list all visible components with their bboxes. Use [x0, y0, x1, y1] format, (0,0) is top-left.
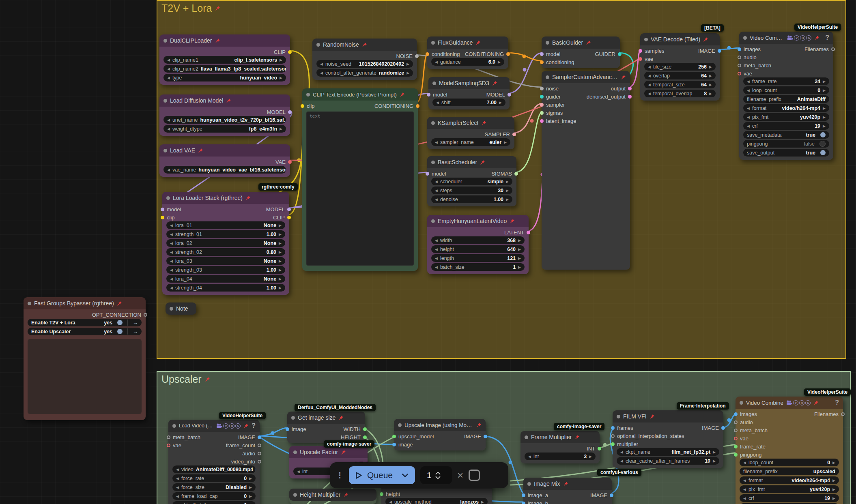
group-title[interactable]: Upscaler: [161, 373, 210, 385]
increment-arrow-icon[interactable]: ▶: [832, 478, 835, 483]
decrement-arrow-icon[interactable]: ◀: [620, 450, 623, 454]
decrement-arrow-icon[interactable]: ◀: [435, 189, 438, 193]
output-slot-IMAGE[interactable]: IMAGE: [698, 48, 716, 54]
upscale-method-widget[interactable]: ◀upscale_methodlanczos▶: [385, 498, 488, 504]
output-slot-MODEL[interactable]: MODEL: [486, 92, 506, 98]
input-slot-conditioning[interactable]: conditioning: [431, 51, 460, 57]
video_info-port[interactable]: [258, 460, 261, 463]
input-slot-images[interactable]: images: [743, 46, 761, 52]
decrement-arrow-icon[interactable]: ◀: [176, 485, 179, 489]
CLIP-port[interactable]: [288, 50, 292, 54]
output-slot-frame_count[interactable]: frame_count: [226, 442, 256, 448]
input-slot-optional_interpolation_states[interactable]: optional_interpolation_states: [616, 433, 684, 439]
strength-02-widget[interactable]: ◀strength_020.80▶: [166, 248, 285, 256]
decrement-arrow-icon[interactable]: ◀: [167, 118, 170, 122]
collapse-dot-icon[interactable]: [527, 482, 531, 486]
decrement-arrow-icon[interactable]: ◀: [170, 259, 173, 263]
collapse-dot-icon[interactable]: [431, 121, 435, 125]
collapse-dot-icon[interactable]: [432, 81, 436, 85]
input-slot-height[interactable]: height: [385, 491, 400, 497]
collapse-dot-icon[interactable]: [293, 450, 297, 454]
decrement-arrow-icon[interactable]: ◀: [648, 74, 651, 78]
GUIDER-port[interactable]: [618, 52, 622, 56]
input-slot-vae[interactable]: vae: [644, 56, 653, 62]
decrement-arrow-icon[interactable]: ◀: [747, 88, 750, 92]
filename-prefix-widget[interactable]: filename_prefixAnimateDiff: [743, 95, 829, 103]
collapse-dot-icon[interactable]: [546, 41, 549, 45]
decrement-arrow-icon[interactable]: ◀: [170, 277, 173, 281]
clip-name1-widget[interactable]: ◀clip_name1clip_l.safetensors▶: [163, 56, 286, 64]
help-icon[interactable]: ?: [835, 399, 839, 406]
node-titlebar[interactable]: Height Multiplier: [289, 489, 376, 501]
input-slot-conditioning[interactable]: conditioning: [545, 59, 574, 65]
decrement-arrow-icon[interactable]: ◀: [648, 92, 651, 96]
loop-count-widget[interactable]: ◀loop_count0▶: [743, 86, 829, 94]
output-slot-IMAGE[interactable]: IMAGE: [590, 492, 608, 498]
increment-arrow-icon[interactable]: ▶: [279, 277, 282, 281]
input-slot-clip[interactable]: clip: [166, 214, 175, 221]
MODEL-port[interactable]: [508, 93, 511, 97]
input-slot-guider[interactable]: guider: [545, 94, 561, 100]
output-slot-video_info[interactable]: video_info: [231, 459, 256, 465]
model-port[interactable]: [161, 208, 164, 211]
decrement-arrow-icon[interactable]: ◀: [435, 256, 438, 260]
collapse-dot-icon[interactable]: [28, 302, 31, 305]
overlap-widget[interactable]: ◀overlap64▶: [644, 72, 716, 79]
input-slot-vae[interactable]: vae: [743, 71, 752, 77]
input-slot-clip[interactable]: clip: [306, 103, 315, 109]
enable-upscaler-widget[interactable]: Enable Upscaleryes→: [28, 328, 142, 335]
lora-03-widget[interactable]: ◀lora_03None▶: [166, 257, 285, 265]
length-widget[interactable]: ◀length121▶: [431, 254, 525, 262]
force-rate-widget[interactable]: ◀force_rate0▶: [172, 474, 256, 482]
increment-arrow-icon[interactable]: ▶: [709, 74, 712, 78]
output-slot-VAE[interactable]: VAE: [275, 159, 286, 165]
toggle-on-icon[interactable]: [820, 132, 826, 137]
input-slot-noise[interactable]: noise: [545, 86, 559, 92]
height-port[interactable]: [380, 492, 383, 496]
IMAGE-port[interactable]: [610, 493, 613, 497]
collapse-dot-icon[interactable]: [293, 493, 297, 497]
sampler-port[interactable]: [540, 103, 544, 107]
increment-arrow-icon[interactable]: ▶: [713, 459, 716, 463]
decrement-arrow-icon[interactable]: ◀: [167, 127, 170, 131]
input-slot-audio[interactable]: audio: [739, 419, 753, 425]
format-widget[interactable]: ◀formatvideo/h264-mp4▶: [743, 104, 829, 112]
output-slot-SAMPLER[interactable]: SAMPLER: [485, 131, 511, 137]
input-slot-upscale_model[interactable]: upscale_model: [398, 433, 434, 440]
count-decrease-icon[interactable]: [435, 476, 441, 479]
toggle-on-icon[interactable]: [117, 320, 123, 325]
collapse-dot-icon[interactable]: [170, 307, 173, 311]
increment-arrow-icon[interactable]: ▶: [832, 496, 835, 500]
increment-arrow-icon[interactable]: ▶: [249, 476, 252, 480]
ckpt-name-widget[interactable]: ◀ckpt_namefilm_net_fp32.pt▶: [617, 448, 719, 456]
decrement-arrow-icon[interactable]: ◀: [435, 265, 438, 269]
decrement-arrow-icon[interactable]: ◀: [170, 232, 173, 236]
decrement-arrow-icon[interactable]: ◀: [170, 286, 173, 290]
lora-04-widget[interactable]: ◀lora_04None▶: [166, 275, 285, 283]
increment-arrow-icon[interactable]: ▶: [279, 259, 282, 263]
decrement-arrow-icon[interactable]: ◀: [747, 79, 750, 84]
decrement-arrow-icon[interactable]: ◀: [435, 180, 438, 184]
collapse-dot-icon[interactable]: [743, 36, 747, 40]
node-titlebar[interactable]: EmptyHunyuanLatentVideo: [427, 215, 529, 227]
increment-arrow-icon[interactable]: ▶: [709, 92, 712, 96]
increment-arrow-icon[interactable]: ▶: [406, 71, 409, 75]
increment-arrow-icon[interactable]: ▶: [279, 223, 282, 227]
node-titlebar[interactable]: FluxGuidance: [427, 36, 508, 49]
node-titlebar[interactable]: DualCLIPLoader: [159, 34, 290, 47]
collapse-dot-icon[interactable]: [163, 99, 167, 103]
vae-port[interactable]: [639, 57, 642, 61]
NOISE-port[interactable]: [415, 54, 419, 58]
increment-arrow-icon[interactable]: ▶: [823, 106, 826, 110]
frame_rate-port[interactable]: [734, 445, 738, 448]
output-slot-NOISE[interactable]: NOISE: [396, 53, 413, 59]
noise-port[interactable]: [540, 87, 544, 90]
collapse-dot-icon[interactable]: [431, 219, 435, 223]
decrement-arrow-icon[interactable]: ◀: [297, 470, 300, 474]
decrement-arrow-icon[interactable]: ◀: [743, 461, 746, 465]
int-widget[interactable]: ◀int3▶: [525, 453, 596, 460]
video-widget[interactable]: ◀videoAnimateDiff_00080.mp4▶: [172, 465, 256, 473]
vae-port[interactable]: [738, 72, 741, 75]
decrement-arrow-icon[interactable]: ◀: [436, 101, 439, 105]
output-slot-CONDITIONING[interactable]: CONDITIONING: [465, 51, 505, 57]
